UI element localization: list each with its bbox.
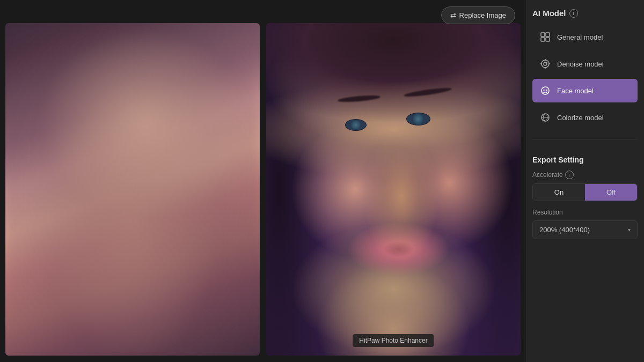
toggle-off-option[interactable]: Off: [585, 184, 637, 201]
svg-point-12: [546, 90, 547, 91]
svg-point-4: [541, 60, 549, 68]
resolution-value: 200% (400*400): [539, 226, 590, 234]
svg-point-11: [543, 90, 544, 91]
accelerate-toggle[interactable]: On Off: [532, 183, 638, 201]
original-image-panel: [5, 23, 260, 356]
svg-rect-1: [546, 33, 550, 36]
ai-model-title-text: AI Model: [532, 9, 566, 18]
iris-right: [413, 114, 423, 124]
main-content-area: ⇄ Replace Image HitPaw Photo Enhancer: [0, 0, 526, 362]
denoise-model-icon: [539, 57, 552, 70]
export-setting-title: Export Setting: [532, 156, 638, 164]
original-face-overlay: [5, 23, 260, 356]
replace-button-label: Replace Image: [459, 11, 506, 19]
model-item-general[interactable]: General model: [532, 25, 638, 49]
ai-model-info-icon[interactable]: i: [569, 9, 578, 18]
general-model-label: General model: [557, 33, 603, 41]
accelerate-label: Accelerate i: [532, 171, 638, 179]
replace-image-button[interactable]: ⇄ Replace Image: [441, 6, 515, 24]
resolution-button[interactable]: 200% (400*400) ▾: [532, 220, 638, 239]
colorize-model-label: Colorize model: [557, 114, 604, 122]
section-divider: [532, 139, 638, 139]
denoise-model-label: Denoise model: [557, 60, 604, 68]
model-item-denoise[interactable]: Denoise model: [532, 52, 638, 76]
image-comparison-container: HitPaw Photo Enhancer: [5, 23, 521, 356]
ai-model-section-title: AI Model i: [532, 9, 638, 18]
model-item-face[interactable]: Face model: [532, 79, 638, 102]
face-model-label: Face model: [557, 87, 594, 95]
eye-right: [406, 113, 430, 125]
face-model-icon: [539, 84, 552, 97]
general-model-icon: [539, 31, 552, 43]
svg-rect-0: [541, 33, 545, 36]
accelerate-info-icon[interactable]: i: [565, 171, 574, 179]
toggle-on-option[interactable]: On: [533, 184, 585, 201]
iris-left: [351, 120, 361, 130]
model-item-colorize[interactable]: Colorize model: [532, 106, 638, 129]
svg-rect-3: [546, 38, 550, 41]
resolution-label: Resolution: [532, 209, 638, 216]
export-setting-section: Export Setting Accelerate i On Off Resol…: [532, 156, 638, 239]
watermark-label: HitPaw Photo Enhancer: [353, 334, 434, 347]
enhanced-image-panel: HitPaw Photo Enhancer: [266, 23, 521, 356]
svg-point-5: [544, 62, 547, 65]
sidebar: AI Model i General model Denoi: [526, 0, 644, 362]
chevron-down-icon: ▾: [628, 227, 631, 233]
enhanced-face-bg: [266, 23, 521, 356]
svg-rect-2: [541, 38, 545, 41]
replace-icon: ⇄: [450, 11, 456, 19]
colorize-model-icon: [539, 111, 552, 124]
